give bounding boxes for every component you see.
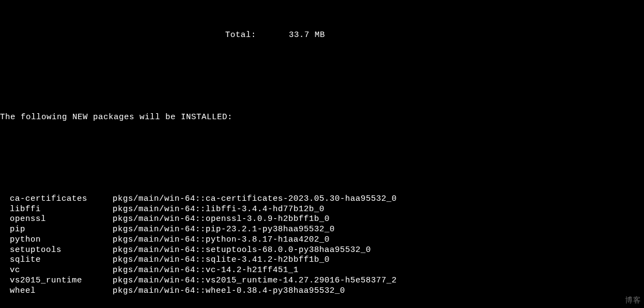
package-name: pip — [0, 225, 113, 235]
package-spec: pkgs/main/win-64::vc-14.2-h21ff451_1 — [113, 266, 299, 276]
package-row: libffipkgs/main/win-64::libffi-3.4.4-hd7… — [0, 205, 644, 215]
package-row: vs2015_runtimepkgs/main/win-64::vs2015_r… — [0, 276, 644, 286]
package-spec: pkgs/main/win-64::libffi-3.4.4-hd77b12b_… — [113, 205, 325, 215]
package-spec: pkgs/main/win-64::wheel-0.38.4-py38haa95… — [113, 286, 345, 297]
package-name: ca-certificates — [0, 194, 113, 205]
new-install-header: The following NEW packages will be INSTA… — [0, 113, 644, 123]
package-row: wheelpkgs/main/win-64::wheel-0.38.4-py38… — [0, 286, 644, 297]
package-spec: pkgs/main/win-64::setuptools-68.0.0-py38… — [113, 245, 371, 256]
terminal-output: Total: 33.7 MB The following NEW package… — [0, 0, 644, 308]
package-spec: pkgs/main/win-64::python-3.8.17-h1aa4202… — [113, 235, 330, 245]
package-name: openssl — [0, 214, 113, 225]
package-row: opensslpkgs/main/win-64::openssl-3.0.9-h… — [0, 214, 644, 225]
package-list: ca-certificatespkgs/main/win-64::ca-cert… — [0, 194, 644, 297]
package-name: vs2015_runtime — [0, 276, 113, 286]
package-spec: pkgs/main/win-64::openssl-3.0.9-h2bbff1b… — [113, 214, 330, 225]
total-label: Total: — [0, 30, 289, 41]
package-spec: pkgs/main/win-64::sqlite-3.41.2-h2bbff1b… — [113, 255, 330, 266]
total-value: 33.7 MB — [289, 30, 325, 41]
package-row: vcpkgs/main/win-64::vc-14.2-h21ff451_1 — [0, 266, 644, 276]
package-row: pythonpkgs/main/win-64::python-3.8.17-h1… — [0, 235, 644, 245]
package-name: libffi — [0, 205, 113, 215]
package-name: wheel — [0, 286, 113, 297]
package-spec: pkgs/main/win-64::ca-certificates-2023.0… — [113, 194, 397, 205]
watermark: 博客 — [625, 295, 641, 305]
package-name: sqlite — [0, 255, 113, 266]
package-row: ca-certificatespkgs/main/win-64::ca-cert… — [0, 194, 644, 205]
package-name: vc — [0, 266, 113, 276]
package-spec: pkgs/main/win-64::vs2015_runtime-14.27.2… — [113, 276, 397, 286]
package-row: pippkgs/main/win-64::pip-23.2.1-py38haa9… — [0, 225, 644, 235]
total-line: Total: 33.7 MB — [0, 30, 644, 41]
package-name: setuptools — [0, 245, 113, 256]
package-row: setuptoolspkgs/main/win-64::setuptools-6… — [0, 245, 644, 256]
package-spec: pkgs/main/win-64::pip-23.2.1-py38haa9553… — [113, 225, 335, 235]
package-row: sqlitepkgs/main/win-64::sqlite-3.41.2-h2… — [0, 255, 644, 266]
package-name: python — [0, 235, 113, 245]
